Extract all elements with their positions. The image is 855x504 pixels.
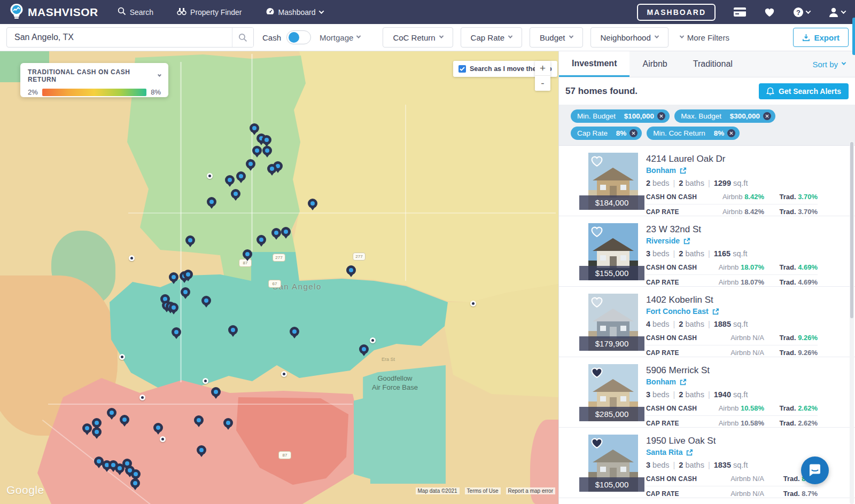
map-property-dot[interactable] <box>129 255 135 261</box>
remove-chip-icon[interactable] <box>727 129 735 137</box>
map-property-pin[interactable] <box>262 135 271 145</box>
nav-mashboard[interactable]: Mashboard <box>266 7 323 17</box>
map-property-pin[interactable] <box>252 146 262 155</box>
remove-chip-icon[interactable] <box>763 112 771 120</box>
legend-dropdown[interactable]: TRADITIONAL CASH ON CASH RETURN <box>28 68 161 83</box>
chat-launcher-button[interactable] <box>801 456 829 484</box>
more-filters-link[interactable]: More Filters <box>680 33 729 42</box>
budget-filter-button[interactable]: Budget <box>530 27 583 48</box>
nav-search[interactable]: Search <box>118 7 153 17</box>
neighborhood-link[interactable]: Santa Rita <box>646 448 818 456</box>
tab-airbnb[interactable]: Airbnb <box>629 51 680 77</box>
map-property-pin[interactable] <box>153 423 163 432</box>
map-property-pin[interactable] <box>359 344 369 354</box>
report-map-error-link[interactable]: Report a map error <box>506 487 555 494</box>
cash-mortgage-toggle[interactable] <box>286 30 311 44</box>
map-property-pin[interactable] <box>231 189 240 199</box>
map-property-pin[interactable] <box>92 418 102 428</box>
map-property-pin[interactable] <box>201 296 211 305</box>
map-property-pin[interactable] <box>107 408 116 418</box>
map-property-pin[interactable] <box>172 327 181 337</box>
remove-chip-icon[interactable] <box>657 112 665 120</box>
map-property-pin[interactable] <box>228 325 238 335</box>
remove-chip-icon[interactable] <box>629 129 638 137</box>
map-property-pin[interactable] <box>236 171 246 181</box>
map-property-pin[interactable] <box>120 415 129 424</box>
map-property-dot[interactable] <box>160 436 166 442</box>
map-property-pin[interactable] <box>130 478 140 488</box>
search-submit-button[interactable] <box>232 28 253 47</box>
neighborhood-link[interactable]: Bonham <box>646 166 818 175</box>
map-property-pin[interactable] <box>243 249 252 259</box>
mashvisor-logo[interactable]: MASHVISOR <box>10 3 98 21</box>
map-property-pin[interactable] <box>131 469 141 479</box>
help-menu[interactable]: ? <box>793 7 810 18</box>
map-property-pin[interactable] <box>181 287 190 297</box>
property-card[interactable]: $285,000 5906 Merrick St Bonham 3 beds|2… <box>559 357 855 428</box>
neighborhood-link[interactable]: Fort Concho East <box>646 307 818 316</box>
map-property-pin[interactable] <box>256 235 266 245</box>
search-input[interactable] <box>7 33 232 42</box>
neighborhood-filter-button[interactable]: Neighborhood <box>590 27 669 48</box>
map-property-dot[interactable] <box>207 173 213 179</box>
favorite-heart-icon[interactable] <box>590 296 604 310</box>
nav-property-finder[interactable]: Property Finder <box>177 7 242 17</box>
map-property-pin[interactable] <box>82 423 92 433</box>
map-property-pin[interactable] <box>225 175 235 185</box>
neighborhood-link[interactable]: Riverside <box>646 237 818 245</box>
property-card[interactable]: $155,000 23 W 32nd St Riverside 3 beds|2… <box>559 216 855 287</box>
map-property-pin[interactable] <box>250 123 259 133</box>
property-card[interactable]: $184,000 4214 Laurel Oak Dr Bonham 2 bed… <box>559 146 855 216</box>
tab-investment[interactable]: Investment <box>559 51 629 77</box>
favorite-heart-icon[interactable] <box>590 225 604 240</box>
map-property-pin[interactable] <box>197 445 206 455</box>
map-property-dot[interactable] <box>203 378 208 384</box>
map-property-pin[interactable] <box>271 228 281 238</box>
map-property-pin[interactable] <box>346 265 356 275</box>
map-property-pin[interactable] <box>92 427 102 437</box>
tab-traditional[interactable]: Traditional <box>680 51 745 77</box>
terms-of-use-link[interactable]: Terms of Use <box>465 487 501 494</box>
export-button[interactable]: Export <box>793 28 849 47</box>
favorite-heart-icon[interactable] <box>590 155 604 169</box>
account-menu[interactable] <box>828 7 845 18</box>
map-property-pin[interactable] <box>211 387 221 397</box>
billing-card-icon[interactable] <box>734 7 746 17</box>
favorite-heart-icon[interactable] <box>590 366 604 381</box>
map-property-pin[interactable] <box>194 415 204 425</box>
map-property-pin[interactable] <box>183 270 193 279</box>
scrollbar-thumb[interactable] <box>850 142 853 318</box>
map-property-dot[interactable] <box>139 395 145 400</box>
search-as-move-checkbox[interactable] <box>458 65 466 73</box>
property-card[interactable]: $179,900 1402 Koberlin St Fort Concho Ea… <box>559 287 855 357</box>
map-property-pin[interactable] <box>281 227 291 237</box>
map-property-dot[interactable] <box>281 371 287 377</box>
map-property-dot[interactable] <box>370 337 376 343</box>
toggle-knob <box>289 32 299 43</box>
get-search-alerts-button[interactable]: Get Search Alerts <box>759 83 849 99</box>
map-property-dot[interactable] <box>470 301 476 306</box>
map-property-pin[interactable] <box>308 199 317 208</box>
map-property-pin[interactable] <box>169 272 178 282</box>
zoom-in-button[interactable]: + <box>535 61 550 76</box>
zoom-out-button[interactable]: - <box>535 76 550 91</box>
map-property-pin[interactable] <box>223 418 233 428</box>
map-property-pin[interactable] <box>207 197 216 207</box>
coc-return-filter-button[interactable]: CoC Return <box>383 27 453 48</box>
map-property-dot[interactable] <box>119 354 125 360</box>
mashboard-button[interactable]: MASHBOARD <box>637 4 716 21</box>
map-property-pin[interactable] <box>246 159 255 169</box>
map-property-pin[interactable] <box>169 303 178 312</box>
map-property-pin[interactable] <box>262 146 272 155</box>
favorite-heart-icon[interactable] <box>590 437 604 451</box>
map-property-pin[interactable] <box>185 235 195 245</box>
map-canvas[interactable]: San Angelo GoodfellowAir Force Base Era … <box>0 51 558 504</box>
side-feedback-tab[interactable] <box>852 18 855 55</box>
map-property-pin[interactable] <box>267 164 277 174</box>
neighborhood-link[interactable]: Bonham <box>646 377 818 386</box>
mortgage-dropdown[interactable]: Mortgage <box>320 33 360 42</box>
cap-rate-filter-button[interactable]: Cap Rate <box>461 27 522 48</box>
sort-by-dropdown[interactable]: Sort by <box>803 51 855 77</box>
favorites-heart-icon[interactable] <box>764 7 775 17</box>
map-property-pin[interactable] <box>290 327 299 336</box>
